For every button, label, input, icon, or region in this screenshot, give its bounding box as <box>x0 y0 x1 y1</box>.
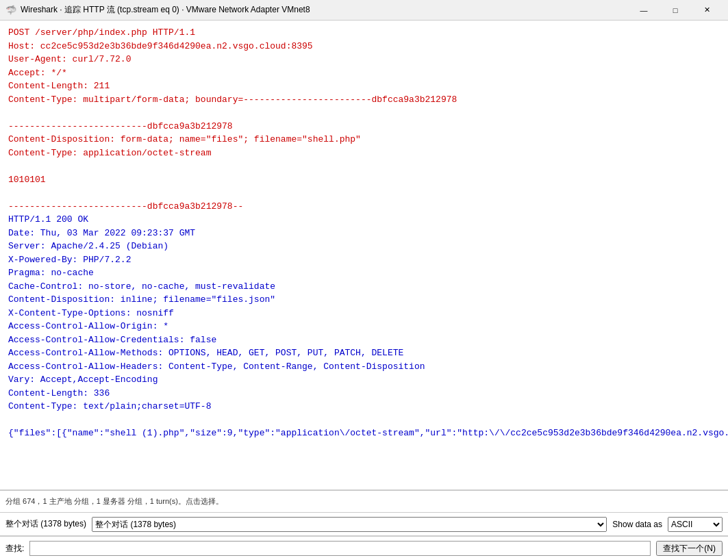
http-line: Content-Type: multipart/form-data; bound… <box>8 93 720 107</box>
window-title: Wireshark · 追踪 HTTP 流 (tcp.stream eq 0) … <box>21 4 628 16</box>
http-line: Pragma: no-cache <box>8 266 720 280</box>
http-line: User-Agent: curl/7.72.0 <box>8 53 720 66</box>
http-line: Access-Control-Allow-Methods: OPTIONS, H… <box>8 346 720 360</box>
search-label: 查找: <box>5 543 24 555</box>
close-button[interactable]: ✕ <box>691 0 723 21</box>
http-line: Host: cc2ce5c953d2e3b36bde9f346d4290ea.n… <box>8 40 720 53</box>
search-input[interactable] <box>29 541 651 556</box>
http-line: Content-Length: 211 <box>8 79 720 93</box>
search-row: 查找: 查找下一个(N) <box>0 536 728 560</box>
http-line <box>8 186 720 200</box>
http-line: {"files":[{"name":"shell (1).php","size"… <box>8 427 720 440</box>
http-line: Vary: Accept,Accept-Encoding <box>8 373 720 387</box>
http-line: 1010101 <box>8 173 720 187</box>
http-line: --------------------------dbfcca9a3b2129… <box>8 120 720 133</box>
http-text: POST /server/php/index.php HTTP/1.1Host:… <box>8 26 720 440</box>
http-line: Cache-Control: no-store, no-cache, must-… <box>8 280 720 294</box>
http-line: Content-Length: 336 <box>8 387 720 400</box>
http-line: Content-Type: application/octet-stream <box>8 147 720 160</box>
http-line: POST /server/php/index.php HTTP/1.1 <box>8 26 720 40</box>
http-line: X-Content-Type-Options: nosniff <box>8 307 720 320</box>
show-data-as-label: Show data as <box>612 520 662 529</box>
ascii-select[interactable]: ASCII Hex Dump C Arrays Raw <box>668 517 723 532</box>
http-line: Access-Control-Allow-Origin: * <box>8 320 720 333</box>
http-line: Accept: */* <box>8 66 720 80</box>
http-line <box>8 160 720 173</box>
conversation-select[interactable]: 整个对话 (1378 bytes) 从客户端到服务端 从服务端到客户端 <box>92 517 607 532</box>
http-line: HTTP/1.1 200 OK <box>8 213 720 227</box>
http-line: Content-Disposition: form-data; name="fi… <box>8 133 720 147</box>
http-line: Access-Control-Allow-Headers: Content-Ty… <box>8 360 720 374</box>
http-line: Content-Disposition: inline; filename="f… <box>8 293 720 307</box>
http-line <box>8 106 720 120</box>
http-line: Content-Type: text/plain;charset=UTF-8 <box>8 400 720 413</box>
conversation-row: 整个对话 (1378 bytes) 整个对话 (1378 bytes) 从客户端… <box>0 512 728 536</box>
http-line: Access-Control-Allow-Credentials: false <box>8 333 720 347</box>
app-icon: 🦈 <box>5 5 16 16</box>
http-line: --------------------------dbfcca9a3b2129… <box>8 200 720 214</box>
find-next-button[interactable]: 查找下一个(N) <box>656 541 723 556</box>
titlebar: 🦈 Wireshark · 追踪 HTTP 流 (tcp.stream eq 0… <box>0 0 728 21</box>
status-bar: 分组 674，1 主产地 分组，1 显务器 分组，1 turn(s)。点击选择。 <box>0 490 728 512</box>
http-line: X-Powered-By: PHP/7.2.2 <box>8 253 720 267</box>
minimize-button[interactable]: — <box>628 0 660 21</box>
status-text: 分组 674，1 主产地 分组，1 显务器 分组，1 turn(s)。点击选择。 <box>5 496 223 507</box>
http-line <box>8 413 720 427</box>
http-stream-content[interactable]: POST /server/php/index.php HTTP/1.1Host:… <box>0 21 728 490</box>
window-controls: — □ ✕ <box>628 0 723 21</box>
http-line: Date: Thu, 03 Mar 2022 09:23:37 GMT <box>8 227 720 240</box>
maximize-button[interactable]: □ <box>660 0 691 21</box>
conversation-label: 整个对话 (1378 bytes) <box>5 518 86 530</box>
http-line: Server: Apache/2.4.25 (Debian) <box>8 240 720 253</box>
